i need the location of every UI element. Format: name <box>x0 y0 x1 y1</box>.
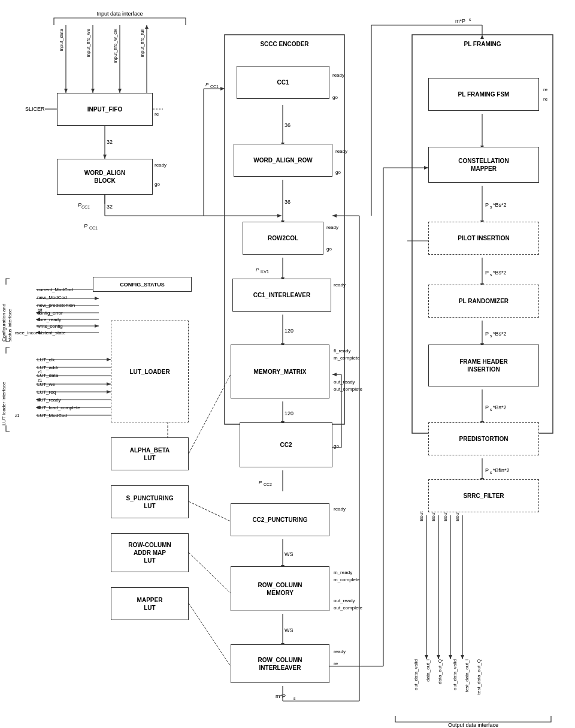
svg-text:Bout: Bout <box>419 511 424 521</box>
svg-text:m*P: m*P <box>455 18 465 24</box>
input-data-label: input_data <box>59 29 64 51</box>
svg-marker-175 <box>461 655 464 659</box>
svg-text:ready: ready <box>334 282 346 288</box>
lut-ready-label: LUT_ready <box>37 397 61 403</box>
svg-text:s: s <box>490 334 492 338</box>
svg-text:CC2: CC2 <box>264 482 272 487</box>
write-config-label: write_config <box>37 324 63 329</box>
input-fifo-w-clk-label: input_fifo_w_clk <box>113 29 118 63</box>
row-column-memory-block: ROW_COLUMNMEMORY <box>231 566 329 611</box>
svg-line-164 <box>189 374 231 454</box>
svg-line-167 <box>189 603 231 666</box>
svg-marker-85 <box>480 35 484 39</box>
svg-text:P: P <box>485 331 489 337</box>
lut-data-label: LUT_data <box>37 373 58 378</box>
svg-text:*Bfin*2: *Bfin*2 <box>493 467 510 473</box>
input-data-interface-label: Input data interface <box>54 11 186 17</box>
svg-text:out_ready: out_ready <box>334 598 355 603</box>
svg-text:32: 32 <box>107 204 113 210</box>
svg-line-166 <box>189 552 231 593</box>
alpha-beta-lut-block: ALPHA_BETALUT <box>111 437 189 470</box>
svg-text:P: P <box>256 267 259 273</box>
svg-marker-17 <box>277 214 282 218</box>
svg-text:re: re <box>334 661 338 666</box>
input-fifo-full-label: input_fifo_full <box>140 29 145 57</box>
svg-text:go: go <box>335 170 341 175</box>
sccc-encoder-label: SCCC ENCODER <box>225 41 344 47</box>
lut-addr-label: LUT_addr <box>37 365 59 370</box>
cc2-block: CC2 <box>240 422 332 467</box>
svg-text:s: s <box>469 17 471 22</box>
svg-text:Bout: Bout <box>443 511 448 521</box>
svg-text:s: s <box>490 273 492 277</box>
svg-marker-147 <box>107 390 111 394</box>
current-modcod-label: current_ModCod <box>37 287 73 292</box>
svg-marker-11 <box>103 155 107 159</box>
svg-text:P: P <box>84 223 87 229</box>
pl-framing-fsm-block: PL FRAMING FSM <box>428 78 539 111</box>
new-predistortion-label: new_predistortion <box>37 303 75 308</box>
svg-text:ready: ready <box>334 649 346 654</box>
lut-we-label: LUT_we <box>37 382 55 387</box>
row-column-addr-lut-block: ROW-COLUMNADDR MAPLUT <box>111 533 189 572</box>
svg-marker-79 <box>332 214 337 218</box>
svg-text:go: go <box>326 246 332 252</box>
svg-marker-139 <box>107 358 111 361</box>
s-puncturing-lut-block: S_PUNCTURINGLUT <box>111 485 189 518</box>
svg-text:ready: ready <box>335 149 347 154</box>
predistortion-block: PREDISTORTION <box>428 422 539 455</box>
lut-loader-interface-label: LUT loader interface <box>1 360 7 425</box>
svg-text:m_complete: m_complete <box>334 355 360 361</box>
svg-text:s: s <box>490 470 492 475</box>
svg-text:P: P <box>485 404 489 410</box>
config-error-label: config_error <box>37 310 63 316</box>
core-ready-label: core_ready <box>37 317 61 322</box>
svg-text:36: 36 <box>285 122 290 128</box>
svg-text:out_complete: out_complete <box>334 605 363 611</box>
pl-framing-label: PL FRAMING <box>412 41 553 47</box>
config-status-interface-label: Configuration andstatus interface <box>1 288 13 342</box>
svg-text:z1: z1 <box>15 413 20 418</box>
svg-text:Bout: Bout <box>431 511 436 521</box>
svg-marker-5 <box>118 89 122 93</box>
svg-marker-3 <box>91 89 95 93</box>
lut-load-complete-label: LUT_load_complete <box>37 405 80 410</box>
svg-marker-169 <box>425 655 428 659</box>
svg-text:Bout: Bout <box>455 511 460 521</box>
out-data-valid-label-1: out_data_valid <box>413 659 419 690</box>
svg-text:P: P <box>485 270 489 276</box>
svg-marker-7 <box>145 25 149 29</box>
svg-text:*Bs*2: *Bs*2 <box>493 404 507 410</box>
svg-text:*Bs*2: *Bs*2 <box>493 202 507 208</box>
row-column-interleaver-block: ROW_COLUMNINTERLEAVER <box>231 644 329 683</box>
output-data-interface-label: Output data interface <box>392 722 554 728</box>
test-data-out-q-label: test_data_out_Q <box>476 659 482 694</box>
frame-header-insertion-block: FRAME HEADERINSERTION <box>428 345 539 386</box>
svg-text:ready: ready <box>326 225 338 230</box>
svg-text:32: 32 <box>107 139 113 145</box>
svg-text:s: s <box>490 205 492 209</box>
word-align-row-block: WORD_ALIGN_ROW <box>234 144 332 177</box>
mapper-lut-block: MAPPERLUT <box>111 587 189 620</box>
out-data-valid-label-2: out_data_valid <box>452 659 458 690</box>
svg-text:m_complete: m_complete <box>334 577 360 582</box>
svg-marker-28 <box>220 87 225 90</box>
svg-text:*Bs*2: *Bs*2 <box>493 331 507 337</box>
lut-req-label: LUT_req <box>37 389 56 395</box>
svg-text:fl_ready: fl_ready <box>334 348 350 354</box>
cc2-puncturing-block: CC2_PUNCTURING <box>231 503 329 536</box>
pcc1-label-left: PCC1 <box>78 202 90 209</box>
svg-text:ready: ready <box>332 73 344 78</box>
svg-marker-1 <box>64 89 68 93</box>
data-out-i-label: data_out_I <box>425 659 431 682</box>
svg-marker-173 <box>449 655 452 659</box>
svg-text:go: go <box>155 182 160 187</box>
svg-marker-145 <box>107 382 111 386</box>
svg-marker-171 <box>437 655 440 659</box>
word-align-block: WORD_ALIGNBLOCK <box>57 159 153 195</box>
row2col-block: ROW2COL <box>243 222 323 255</box>
constellation-mapper-block: CONSTELLATIONMAPPER <box>428 147 539 183</box>
svg-text:re: re <box>543 87 548 92</box>
lut-loader-block: LUT_LOADER <box>111 321 189 422</box>
svg-text:ready: ready <box>334 506 346 512</box>
